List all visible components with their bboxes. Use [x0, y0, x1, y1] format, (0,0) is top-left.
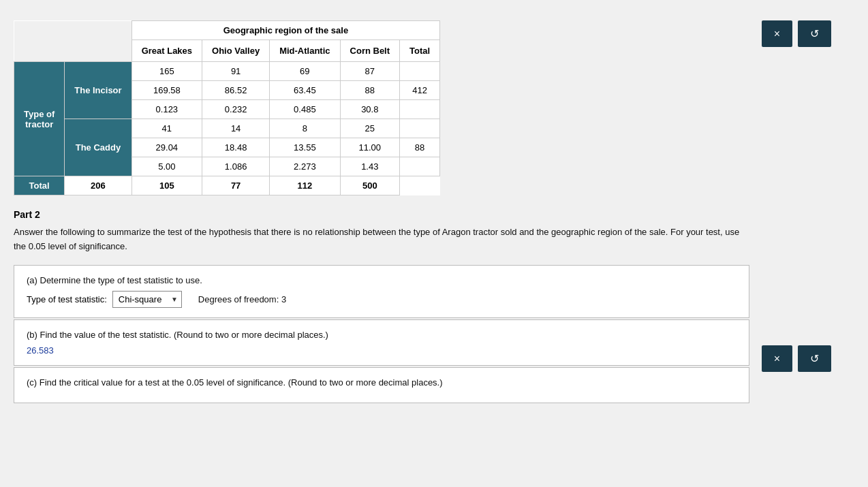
caddy-obs-gl: 41: [131, 119, 202, 138]
incisor-chi-cb: 30.8: [340, 100, 400, 119]
caddy-chi-ov: 1.086: [202, 157, 270, 176]
question-b-box: (b) Find the value of the test statistic…: [14, 319, 749, 366]
part2-section: Part 2 Answer the following to summarize…: [14, 209, 831, 403]
caddy-exp-cb: 11.00: [340, 138, 400, 157]
incisor-chi-ov: 0.232: [202, 100, 270, 119]
total-row: Total 206 105 77 112 500: [14, 176, 440, 195]
incisor-exp-ma: 63.45: [270, 81, 340, 100]
caddy-chi-ma: 2.273: [270, 157, 340, 176]
incisor-obs-total: [400, 62, 440, 81]
question-b-value: 26.583: [27, 345, 737, 356]
caddy-obs-ma: 8: [270, 119, 340, 138]
part2-title: Part 2: [14, 209, 749, 220]
question-c-box: (c) Find the critical value for a test a…: [14, 367, 749, 403]
incisor-chi-gl: 0.123: [131, 100, 202, 119]
col-total: Total: [400, 40, 440, 62]
caddy-obs-ov: 14: [202, 119, 270, 138]
col-great-lakes: Great Lakes: [131, 40, 202, 62]
type-of-tractor-label: Type oftractor: [14, 62, 65, 176]
caddy-chi-cb: 1.43: [340, 157, 400, 176]
close-button-top[interactable]: ×: [762, 20, 792, 47]
contingency-table: Geographic region of the sale Great Lake…: [14, 20, 440, 195]
total-grand: 500: [340, 176, 400, 195]
col-corn-belt: Corn Belt: [340, 40, 400, 62]
data-table-section: Geographic region of the sale Great Lake…: [14, 20, 831, 195]
caddy-obs-total: [400, 119, 440, 138]
incisor-total: 412: [400, 81, 440, 100]
total-ov: 105: [131, 176, 202, 195]
incisor-chi-ma: 0.485: [270, 100, 340, 119]
incisor-exp-ov: 86.52: [202, 81, 270, 100]
total-label: Total: [14, 176, 65, 195]
total-ma: 77: [202, 176, 270, 195]
table-row: The Caddy 41 14 8 25: [14, 119, 440, 138]
incisor-exp-cb: 88: [340, 81, 400, 100]
question-b-label: (b) Find the value of the test statistic…: [27, 330, 737, 340]
question-a-label: (a) Determine the type of test statistic…: [27, 275, 737, 285]
caddy-exp-ov: 18.48: [202, 138, 270, 157]
incisor-chi-total: [400, 100, 440, 119]
question-c-label: (c) Find the critical value for a test a…: [27, 377, 737, 388]
col-mid-atlantic: Mid-Atlantic: [270, 40, 340, 62]
caddy-exp-ma: 13.55: [270, 138, 340, 157]
incisor-obs-ma: 69: [270, 62, 340, 81]
total-gl: 206: [65, 176, 131, 195]
question-a-box: (a) Determine the type of test statistic…: [14, 265, 749, 318]
caddy-total: 88: [400, 138, 440, 157]
table-row: Type oftractor The Incisor 165 91 69 87: [14, 62, 440, 81]
undo-button-part2[interactable]: ↺: [798, 345, 831, 372]
part2-description: Answer the following to summarize the te…: [14, 225, 749, 254]
degrees-of-freedom-label: Degrees of freedom: 3: [198, 294, 286, 304]
col-ohio-valley: Ohio Valley: [202, 40, 270, 62]
caddy-chi-gl: 5.00: [131, 157, 202, 176]
total-cb: 112: [270, 176, 340, 195]
the-incisor-label: The Incisor: [65, 62, 131, 119]
caddy-exp-gl: 29.04: [131, 138, 202, 157]
test-statistic-prefix-label: Type of test statistic:: [27, 294, 107, 304]
incisor-obs-cb: 87: [340, 62, 400, 81]
undo-button-top[interactable]: ↺: [798, 20, 831, 47]
caddy-chi-total: [400, 157, 440, 176]
incisor-exp-gl: 169.58: [131, 81, 202, 100]
question-a-content: Type of test statistic: Chi-square ▼ Deg…: [27, 291, 737, 308]
close-button-part2[interactable]: ×: [762, 345, 792, 372]
geo-region-header: Geographic region of the sale: [131, 21, 440, 40]
caddy-obs-cb: 25: [340, 119, 400, 138]
test-statistic-row: Type of test statistic: Chi-square ▼: [27, 291, 182, 308]
part2-buttons: × ↺: [762, 345, 831, 372]
test-statistic-select-wrapper[interactable]: Chi-square ▼: [112, 291, 182, 308]
test-statistic-select[interactable]: Chi-square: [112, 291, 182, 308]
the-caddy-label: The Caddy: [65, 119, 131, 176]
incisor-obs-ov: 91: [202, 62, 270, 81]
incisor-obs-gl: 165: [131, 62, 202, 81]
